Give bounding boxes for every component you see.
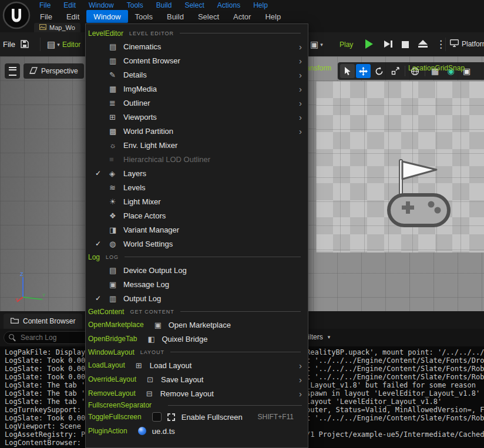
stop-button[interactable] xyxy=(402,41,409,48)
fullscreen-checkbox[interactable] xyxy=(152,412,162,422)
menu-item-label: Hierarchical LOD Outliner xyxy=(123,155,210,164)
gizmo-x-label: x xyxy=(15,297,18,302)
more-options-icon[interactable]: ⋮ xyxy=(436,38,446,50)
imgmedia-icon: ▦ xyxy=(109,85,123,93)
separator-line xyxy=(170,352,301,352)
tab-content-browser[interactable]: Content Browser xyxy=(4,314,82,329)
extension-hook-label: WindowLayout xyxy=(88,348,135,356)
menu-edit[interactable]: Edit xyxy=(59,10,86,23)
scale-tool-icon[interactable] xyxy=(388,64,402,78)
extension-hook-label: OverrideLayout xyxy=(88,375,136,383)
menu-window[interactable]: Window xyxy=(86,10,127,23)
menu-item-label: Content Browser xyxy=(123,56,180,65)
menu-item-imgmedia[interactable]: ▦ImgMedia› xyxy=(86,82,308,96)
gizmo-y-label: Y xyxy=(42,292,46,298)
save-icon[interactable] xyxy=(20,39,29,49)
output-log-icon: ▥ xyxy=(109,294,123,303)
rotate-tool-icon[interactable] xyxy=(372,64,386,78)
perspective-label: Perspective xyxy=(41,67,78,75)
menu-item-quixel-bridge[interactable]: OpenBridgeTab◧Quixel Bridge xyxy=(86,332,308,346)
remove-layout-icon: ⊟ xyxy=(146,389,160,398)
perspective-icon xyxy=(29,67,38,76)
menu-item-outliner[interactable]: ≣Outliner› xyxy=(86,96,308,110)
env-light-mixer-icon: ☼ xyxy=(109,141,123,150)
menu-item-env-light-mixer[interactable]: ☼Env. Light Mixer xyxy=(86,138,308,152)
menu-item-world-settings[interactable]: ✓◍World Settings xyxy=(86,237,308,251)
play-button[interactable] xyxy=(365,39,373,49)
frame-skip-button[interactable] xyxy=(384,41,392,48)
menu-help[interactable]: Help xyxy=(258,10,288,23)
menu-item-save-layout[interactable]: OverrideLayout⊡Save Layout› xyxy=(86,372,308,386)
menu-file[interactable]: File xyxy=(33,10,59,23)
eject-button[interactable] xyxy=(418,40,428,45)
section-heading-label: LOG xyxy=(106,254,119,260)
menu-item-label: World Settings xyxy=(123,240,173,248)
menu-build[interactable]: Build xyxy=(160,10,191,23)
menu-item-label: Details xyxy=(123,70,147,79)
unreal-editor-window: FileEditWindowToolsBuildSelectActionsHel… xyxy=(0,0,484,448)
menu-item-enable-fullscreen[interactable]: ToggleFullscreenEnable FullscreenSHIFT+F… xyxy=(86,410,308,424)
extension-hook-label: OpenMarketplace xyxy=(88,321,144,329)
extension-hook-label: Play xyxy=(340,41,353,49)
ue-dts-icon xyxy=(138,427,146,435)
editor-modes-icon[interactable]: ▤▾ xyxy=(47,39,60,50)
map-icon xyxy=(39,24,46,31)
variant-manager-icon: ◨ xyxy=(109,225,123,234)
section-heading-label: GET CONTENT xyxy=(130,309,174,315)
device-output-log-icon: ▤ xyxy=(109,266,123,275)
menu-item-device-output-log[interactable]: ▤Device Output Log xyxy=(86,263,308,277)
menu-item-output-log[interactable]: ✓▥Output Log xyxy=(86,291,308,305)
select-tool-icon[interactable] xyxy=(340,64,355,78)
submenu-arrow-icon: › xyxy=(299,70,302,79)
separator-line xyxy=(180,311,301,312)
menu-item-world-partition[interactable]: ▩World Partition› xyxy=(86,124,308,138)
extension-hook-label: FullscreenSeparator xyxy=(88,401,152,409)
unreal-logo[interactable] xyxy=(2,1,31,32)
menu-item-label: Load Layout xyxy=(150,361,192,370)
menu-item-place-actors[interactable]: ❖Place Actors xyxy=(86,208,308,223)
asset-tab[interactable]: Map_Wo xyxy=(34,23,80,32)
menu-item-content-browser[interactable]: ▥Content Browser› xyxy=(86,53,308,68)
menu-item-ue-d-ts[interactable]: PluginActionue.d.ts xyxy=(86,424,308,438)
player-start-flag-gamepad[interactable] xyxy=(379,157,457,237)
menu-item-light-mixer[interactable]: ☀Light Mixer xyxy=(86,194,308,208)
menu-actor[interactable]: Actor xyxy=(226,10,258,23)
menu-item-remove-layout[interactable]: RemoveLayout⊟Remove Layout› xyxy=(86,386,308,400)
separator-line xyxy=(125,257,301,257)
submenu-arrow-icon: › xyxy=(299,56,302,65)
quick-settings-icon[interactable]: ▣▾ xyxy=(310,39,323,50)
perspective-dropdown[interactable]: Perspective xyxy=(23,63,84,79)
menu-select[interactable]: Select xyxy=(191,10,226,23)
levels-icon: ≋ xyxy=(109,183,123,192)
save-layout-icon: ⊡ xyxy=(147,375,161,384)
viewport-menu-button[interactable] xyxy=(5,63,20,79)
menu-item-variant-manager[interactable]: ◨Variant Manager xyxy=(86,223,308,237)
platforms-dropdown[interactable]: Platforms ▾ xyxy=(450,39,484,49)
menu-tools[interactable]: Tools xyxy=(128,10,160,23)
menu-item-hierarchical-lod-outliner[interactable]: ≡Hierarchical LOD Outliner xyxy=(86,152,308,166)
menu-item-label: Viewports xyxy=(123,113,157,122)
menubar-hook-window: Window xyxy=(82,1,120,9)
menu-item-viewports[interactable]: ⊞Viewports› xyxy=(86,110,308,124)
menu-item-message-log[interactable]: ▣Message Log xyxy=(86,277,308,291)
menu-item-load-layout[interactable]: LoadLayout⊞Load Layout› xyxy=(86,358,308,372)
menubar-hook-help: Help xyxy=(247,1,274,9)
world-settings-icon: ◍ xyxy=(109,240,123,248)
menu-item-levels[interactable]: ≋Levels xyxy=(86,180,308,194)
marketplace-icon: ▣ xyxy=(154,321,169,329)
menu-item-layers[interactable]: ✓◈Layers xyxy=(86,166,308,180)
shortcut-label: SHIFT+F11 xyxy=(258,413,294,421)
submenu-arrow-icon: › xyxy=(299,127,302,136)
menubar-hook-build: Build xyxy=(150,1,179,9)
menu-item-details[interactable]: ✎Details› xyxy=(86,68,308,82)
menu-item-open-marketplace[interactable]: OpenMarketplace▣Open Marketplace xyxy=(86,318,308,332)
toolbar-divider xyxy=(445,38,446,51)
menu-section-heading: WindowLayoutLAYOUT xyxy=(86,346,308,358)
asset-tab-label: Map_Wo xyxy=(49,24,75,31)
move-tool-icon[interactable] xyxy=(356,64,371,78)
menu-item-cinematics[interactable]: ▤Cinematics› xyxy=(86,39,308,53)
submenu-arrow-icon: › xyxy=(299,389,302,398)
extension-hook-label: ToggleFullscreen xyxy=(88,413,142,421)
hlod-outliner-icon: ≡ xyxy=(109,155,123,164)
menu-item-label: Cinematics xyxy=(123,42,161,51)
